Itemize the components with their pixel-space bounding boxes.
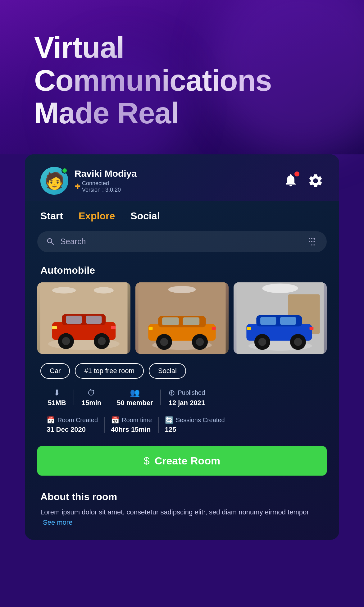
connected-status: Connected Version : 3.0.20: [82, 180, 121, 193]
filter-icon[interactable]: [308, 237, 318, 247]
svg-point-28: [262, 284, 298, 293]
nav-tabs: Start Explore Social: [25, 201, 339, 231]
calendar-icon-2: 📅: [111, 416, 119, 424]
search-section: Search: [37, 231, 327, 252]
svg-rect-25: [149, 327, 153, 330]
stat-published-icon-row: ⊕ Published: [168, 388, 205, 398]
about-section: About this room Lorem ipsum dolor sit am…: [25, 488, 339, 540]
create-room-button[interactable]: $ Create Room: [37, 446, 327, 476]
tab-explore[interactable]: Explore: [79, 210, 115, 222]
svg-rect-40: [310, 327, 314, 330]
sessions-icon: 🔄: [165, 416, 173, 424]
detail-sessions: 🔄 Sessions Created 125: [159, 416, 231, 434]
room-image-1[interactable]: [37, 282, 130, 354]
app-card: 🧑 Raviki Modiya ✚ Connected Version : 3.…: [25, 154, 339, 540]
search-icon: [46, 237, 55, 246]
svg-rect-39: [247, 327, 251, 330]
stats-row: ⬇ 51MB ⏱ 15min 👥 50 member ⊕ Published 1…: [25, 388, 339, 413]
bg-decoration-2: [62, 46, 186, 170]
settings-icon[interactable]: [307, 173, 324, 189]
clock-icon: ⏱: [87, 388, 95, 398]
room-time-label: Room time: [122, 417, 152, 424]
tag-top-free[interactable]: #1 top free room: [75, 363, 143, 379]
room-images: [25, 282, 339, 363]
svg-rect-34: [280, 317, 296, 325]
tags-row: Car #1 top free room Social: [25, 363, 339, 388]
sessions-value: 125: [165, 426, 225, 434]
tag-car[interactable]: Car: [40, 363, 70, 379]
svg-rect-19: [162, 317, 179, 325]
plus-icon: ✚: [75, 183, 80, 191]
svg-point-24: [196, 338, 204, 346]
hero-section: Virtual Communications Made Real: [0, 0, 364, 154]
room-created-label: Room Created: [57, 417, 98, 424]
published-label: Published: [178, 389, 205, 396]
calendar-icon-1: 📅: [47, 416, 55, 424]
section-title: Automobile: [25, 262, 339, 282]
svg-rect-26: [212, 327, 216, 330]
car-orange-svg: [135, 282, 229, 354]
detail-room-time: 📅 Room time 40hrs 15min: [105, 416, 158, 434]
svg-rect-13: [111, 326, 116, 329]
about-text-content: Lorem ipsum dolor sit amet, consetetur s…: [40, 508, 309, 516]
svg-point-9: [62, 337, 70, 345]
search-placeholder: Search: [60, 237, 303, 246]
details-row: 📅 Room Created 31 Dec 2020 📅 Room time 4…: [25, 413, 339, 443]
publish-icon: ⊕: [168, 388, 175, 398]
avatar-emoji: 🧑: [44, 173, 65, 189]
members-icon: 👥: [130, 388, 140, 398]
notification-dot: [294, 171, 299, 176]
stat-duration-icon-row: ⏱: [87, 388, 95, 398]
svg-point-11: [98, 337, 106, 345]
svg-rect-12: [52, 326, 57, 329]
svg-point-38: [294, 338, 302, 346]
stat-published-date: 12 jan 2021: [169, 399, 205, 407]
detail-room-created-label-row: 📅 Room Created: [47, 416, 98, 424]
room-created-date: 31 Dec 2020: [47, 426, 98, 434]
svg-rect-7: [86, 316, 102, 324]
car-blue-svg: [234, 282, 327, 354]
stat-published: ⊕ Published 12 jan 2021: [161, 388, 212, 407]
tab-start[interactable]: Start: [40, 210, 63, 222]
tab-social[interactable]: Social: [130, 210, 160, 222]
bg-decoration-1: [209, 0, 364, 155]
stat-duration-value: 15min: [82, 399, 102, 407]
connected-badge: ✚ Connected Version : 3.0.20: [75, 180, 137, 193]
room-image-2[interactable]: [135, 282, 229, 354]
user-info: 🧑 Raviki Modiya ✚ Connected Version : 3.…: [40, 167, 137, 195]
stat-duration: ⏱ 15min: [74, 388, 109, 407]
svg-point-1: [52, 287, 76, 293]
stat-members: 👥 50 member: [109, 388, 160, 407]
search-bar[interactable]: Search: [37, 231, 327, 252]
detail-room-time-label-row: 📅 Room time: [111, 416, 152, 424]
user-name: Raviki Modiya: [75, 168, 137, 179]
download-icon: ⬇: [53, 388, 60, 398]
notification-button[interactable]: [283, 173, 298, 189]
stat-members-value: 50 member: [117, 399, 153, 407]
stat-size: ⬇ 51MB: [40, 388, 74, 407]
see-more-link[interactable]: See more: [43, 518, 72, 526]
stat-members-icon-row: 👥: [130, 388, 140, 398]
room-image-3[interactable]: [234, 282, 327, 354]
create-room-label: Create Room: [155, 455, 221, 467]
svg-rect-20: [183, 317, 200, 325]
detail-sessions-label-row: 🔄 Sessions Created: [165, 416, 225, 424]
svg-point-2: [94, 287, 114, 293]
user-details: Raviki Modiya ✚ Connected Version : 3.0.…: [75, 168, 137, 193]
detail-room-created: 📅 Room Created 31 Dec 2020: [40, 416, 104, 434]
avatar: 🧑: [40, 167, 68, 195]
sessions-label: Sessions Created: [176, 417, 225, 424]
svg-point-15: [168, 286, 196, 293]
card-header: 🧑 Raviki Modiya ✚ Connected Version : 3.…: [25, 154, 339, 201]
car-red-svg: [37, 282, 130, 354]
header-icons: [283, 173, 324, 189]
room-time-value: 40hrs 15min: [111, 426, 152, 434]
stat-size-value: 51MB: [48, 399, 66, 407]
svg-rect-33: [260, 317, 276, 325]
about-text: Lorem ipsum dolor sit amet, consetetur s…: [40, 507, 324, 527]
svg-rect-6: [66, 316, 82, 324]
online-indicator: [61, 167, 68, 174]
tag-social[interactable]: Social: [149, 363, 186, 379]
svg-point-36: [258, 338, 266, 346]
about-title: About this room: [40, 491, 324, 503]
